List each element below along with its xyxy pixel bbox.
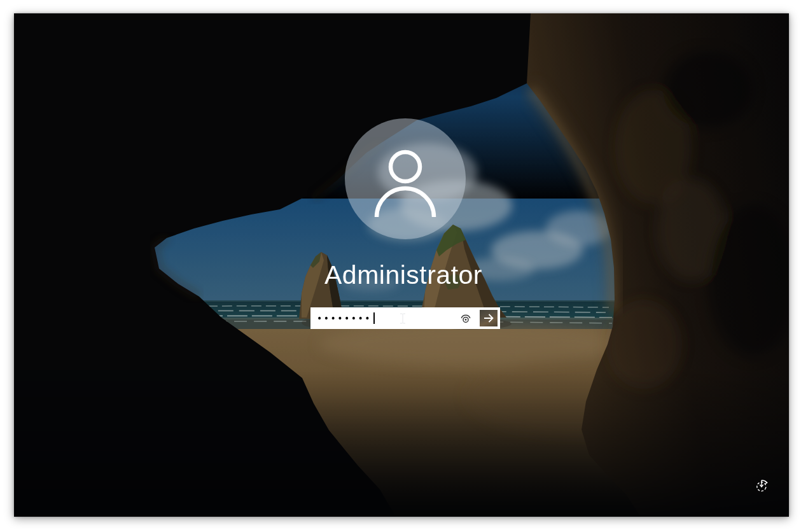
username-label: Administrator bbox=[16, 260, 789, 290]
reveal-password-eye-icon[interactable] bbox=[458, 311, 473, 325]
person-icon bbox=[364, 140, 447, 223]
user-avatar bbox=[345, 118, 466, 239]
lock-screen: Administrator •••••••• bbox=[14, 13, 789, 517]
password-field[interactable]: •••••••• bbox=[310, 307, 500, 329]
submit-password-button[interactable] bbox=[478, 309, 499, 328]
text-caret bbox=[373, 312, 375, 324]
mouse-cursor-ibeam bbox=[400, 313, 406, 324]
arrow-right-icon bbox=[482, 312, 495, 325]
password-masked-value: •••••••• bbox=[317, 307, 372, 329]
ease-of-access-button[interactable] bbox=[751, 475, 772, 497]
ease-of-access-icon bbox=[755, 476, 769, 496]
